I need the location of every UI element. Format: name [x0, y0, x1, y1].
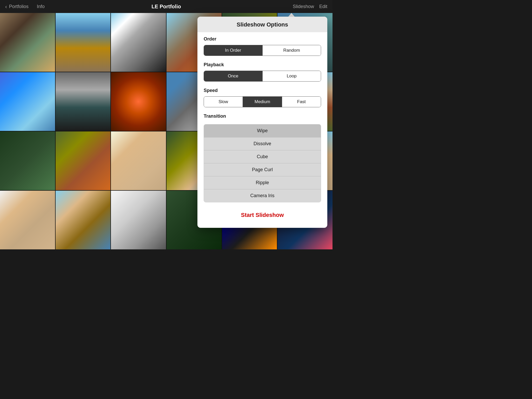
- speed-fast-button[interactable]: Fast: [282, 97, 321, 107]
- back-button[interactable]: Portfolios: [9, 4, 29, 9]
- photo-cell[interactable]: [56, 191, 111, 249]
- transition-label: Transition: [204, 114, 321, 119]
- popup-title: Slideshow Options: [237, 21, 288, 28]
- info-button[interactable]: Info: [37, 4, 45, 9]
- photo-cell[interactable]: [0, 72, 55, 131]
- photo-cell[interactable]: [56, 72, 111, 131]
- photo-cell[interactable]: [0, 13, 55, 72]
- transition-cube[interactable]: Cube: [204, 150, 321, 163]
- order-in-order-button[interactable]: In Order: [204, 45, 262, 56]
- photo-cell[interactable]: [0, 131, 55, 190]
- nav-left: ‹ Portfolios Info: [5, 4, 45, 10]
- photo-cell[interactable]: [111, 13, 166, 72]
- edit-button[interactable]: Edit: [319, 4, 327, 9]
- photo-cell[interactable]: [111, 72, 166, 131]
- order-random-button[interactable]: Random: [262, 45, 321, 56]
- transition-wipe[interactable]: Wipe: [204, 124, 321, 137]
- page-title: LE Portfolio: [151, 4, 181, 10]
- speed-medium-button[interactable]: Medium: [243, 97, 282, 107]
- playback-section: Playback Once Loop: [197, 58, 327, 84]
- speed-label: Speed: [204, 88, 321, 93]
- transition-ripple[interactable]: Ripple: [204, 176, 321, 189]
- popup-panel: Slideshow Options Order In Order Random …: [197, 17, 327, 228]
- back-chevron-icon: ‹: [5, 4, 7, 10]
- speed-segmented-control: Slow Medium Fast: [204, 96, 321, 107]
- transition-camera-iris[interactable]: Camera Iris: [204, 189, 321, 202]
- transition-section: Transition: [197, 109, 327, 124]
- speed-slow-button[interactable]: Slow: [204, 97, 243, 107]
- order-section: Order In Order Random: [197, 32, 327, 58]
- photo-cell[interactable]: [111, 191, 166, 249]
- start-slideshow-button[interactable]: Start Slideshow: [204, 208, 321, 223]
- photo-cell[interactable]: [56, 13, 111, 72]
- playback-once-button[interactable]: Once: [204, 71, 262, 81]
- transition-page-curl[interactable]: Page Curl: [204, 163, 321, 176]
- slideshow-button[interactable]: Slideshow: [293, 4, 314, 9]
- photo-cell[interactable]: [0, 191, 55, 249]
- photo-cell[interactable]: [56, 131, 111, 190]
- transition-list: Wipe Dissolve Cube Page Curl Ripple Came…: [204, 124, 321, 202]
- transition-dissolve[interactable]: Dissolve: [204, 137, 321, 150]
- order-label: Order: [204, 36, 321, 42]
- popup-header: Slideshow Options: [197, 17, 327, 32]
- playback-label: Playback: [204, 62, 321, 68]
- nav-right: Slideshow Edit: [293, 4, 327, 9]
- order-segmented-control: In Order Random: [204, 45, 321, 56]
- playback-segmented-control: Once Loop: [204, 71, 321, 82]
- nav-bar: ‹ Portfolios Info LE Portfolio Slideshow…: [0, 0, 332, 13]
- playback-loop-button[interactable]: Loop: [262, 71, 321, 81]
- photo-cell[interactable]: [111, 131, 166, 190]
- speed-section: Speed Slow Medium Fast: [197, 84, 327, 109]
